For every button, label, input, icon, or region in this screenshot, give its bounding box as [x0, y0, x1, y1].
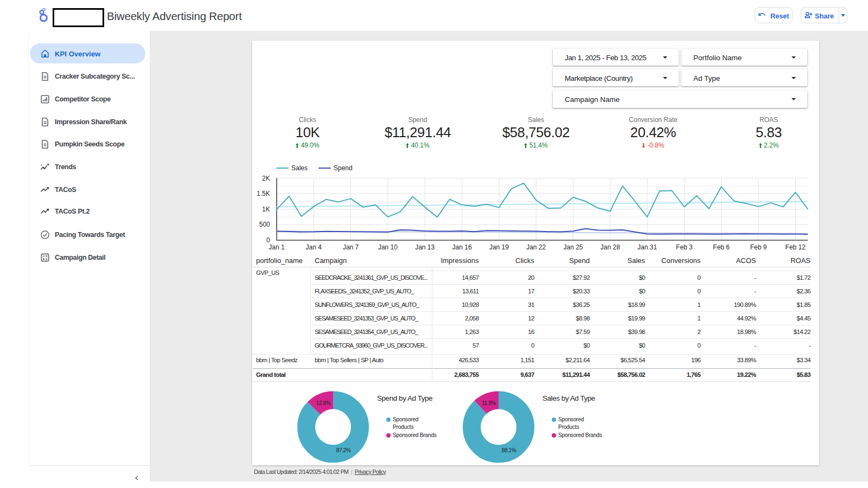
svg-text:1K: 1K	[262, 206, 270, 213]
svg-text:2K: 2K	[262, 175, 270, 182]
svg-text:1.5K: 1.5K	[257, 190, 270, 197]
svg-text:Jan 13: Jan 13	[415, 243, 435, 251]
svg-text:Feb 3: Feb 3	[676, 243, 693, 251]
svg-text:Jan 16: Jan 16	[452, 243, 472, 251]
svg-text:Jan 10: Jan 10	[378, 243, 398, 251]
svg-text:Jan 19: Jan 19	[489, 243, 509, 251]
svg-text:Jan 22: Jan 22	[526, 243, 546, 251]
svg-text:Feb 6: Feb 6	[713, 243, 730, 251]
svg-text:Jan 1: Jan 1	[269, 243, 285, 251]
svg-text:Jan 7: Jan 7	[343, 243, 359, 251]
svg-text:Jan 28: Jan 28	[601, 243, 620, 251]
svg-text:500: 500	[259, 221, 270, 228]
svg-text:Jan 4: Jan 4	[306, 243, 322, 251]
svg-text:Feb 12: Feb 12	[786, 243, 806, 251]
svg-text:Feb 9: Feb 9	[750, 243, 767, 251]
svg-text:Jan 25: Jan 25	[563, 243, 583, 251]
svg-text:Jan 31: Jan 31	[637, 243, 657, 251]
